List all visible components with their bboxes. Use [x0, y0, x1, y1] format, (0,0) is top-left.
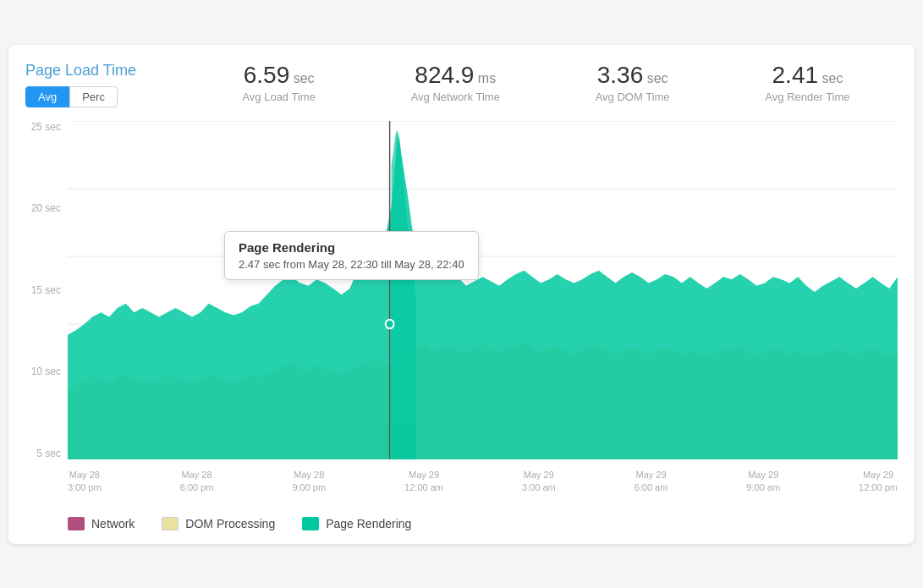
x-label-5: May 296:00 am — [635, 469, 668, 495]
page-load-time-card: Page Load Time Avg Perc 6.59 secAvg Load… — [8, 45, 915, 544]
y-label-15: 15 sec — [25, 284, 68, 296]
legend-render-color — [302, 517, 319, 530]
tooltip-dot — [386, 319, 394, 328]
x-axis: May 283:00 pm May 286:00 pm May 289:00 p… — [68, 464, 898, 510]
x-label-6: May 299:00 am — [746, 469, 780, 495]
view-toggle: Avg Perc — [25, 86, 195, 107]
stat-value-0: 6.59 sec — [242, 62, 315, 89]
x-label-4: May 293:00 am — [522, 469, 556, 495]
legend-render-label: Page Rendering — [326, 517, 411, 530]
x-label-2: May 289:00 pm — [292, 469, 326, 495]
legend-network-label: Network — [91, 517, 135, 530]
page-title: Page Load Time — [25, 62, 195, 80]
legend-render: Page Rendering — [302, 517, 411, 530]
stat-value-2: 3.36 sec — [596, 62, 670, 89]
y-label-20: 20 sec — [25, 202, 68, 214]
stat-0: 6.59 secAvg Load Time — [242, 62, 315, 103]
stat-label-1: Avg Network Time — [411, 91, 500, 103]
y-label-25: 25 sec — [25, 121, 68, 133]
legend-network: Network — [68, 517, 135, 530]
stat-2: 3.36 secAvg DOM Time — [596, 62, 670, 103]
chart-legend: Network DOM Processing Page Rendering — [25, 517, 898, 530]
legend-dom: DOM Processing — [162, 517, 275, 530]
stat-value-1: 824.9 ms — [411, 62, 500, 89]
legend-dom-label: DOM Processing — [185, 517, 275, 530]
stats-row: 6.59 secAvg Load Time824.9 msAvg Network… — [195, 62, 898, 103]
y-label-10: 10 sec — [25, 365, 68, 377]
chart-svg — [68, 121, 898, 459]
stat-value-3: 2.41 sec — [765, 62, 849, 89]
stat-1: 824.9 msAvg Network Time — [411, 62, 500, 103]
avg-button[interactable]: Avg — [25, 86, 69, 107]
x-label-3: May 2912:00 am — [404, 469, 443, 495]
legend-dom-color — [162, 517, 179, 530]
stat-3: 2.41 secAvg Render Time — [765, 62, 849, 103]
stat-label-3: Avg Render Time — [765, 91, 849, 103]
y-label-5: 5 sec — [25, 448, 68, 459]
stat-label-2: Avg DOM Time — [596, 91, 670, 103]
x-label-0: May 283:00 pm — [68, 469, 102, 495]
perc-button[interactable]: Perc — [69, 86, 118, 107]
title-section: Page Load Time Avg Perc — [25, 62, 195, 107]
y-axis: 25 sec 20 sec 15 sec 10 sec 5 sec — [25, 121, 68, 459]
x-label-1: May 286:00 pm — [180, 469, 214, 495]
chart-area: 25 sec 20 sec 15 sec 10 sec 5 sec — [25, 121, 898, 510]
stat-label-0: Avg Load Time — [242, 91, 315, 103]
chart-container: Page Rendering 2.47 sec from May 28, 22:… — [68, 121, 898, 459]
legend-network-color — [68, 517, 85, 530]
card-header: Page Load Time Avg Perc 6.59 secAvg Load… — [25, 62, 898, 107]
x-label-7: May 2912:00 pm — [859, 469, 898, 495]
